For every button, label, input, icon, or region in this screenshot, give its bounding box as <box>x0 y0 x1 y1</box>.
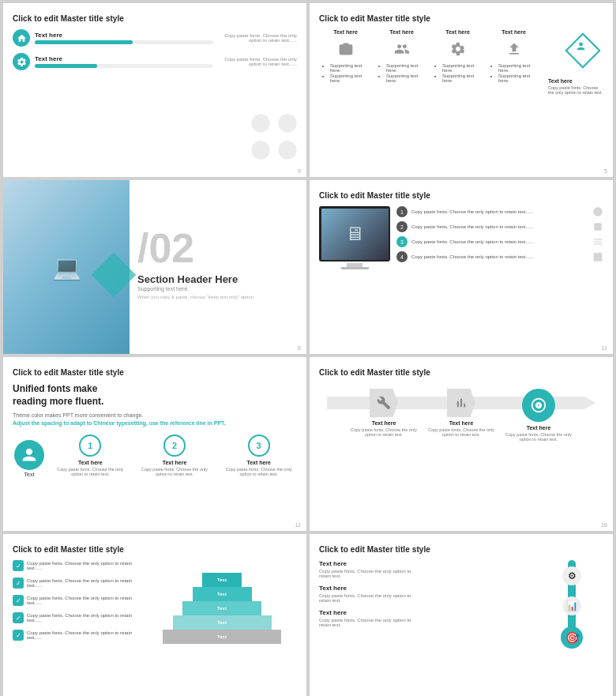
slide-3-number: /02 <box>137 228 194 269</box>
gear-icon-2 <box>447 38 469 60</box>
slide-2-col3-title: Text here <box>431 29 484 35</box>
slide-2-col-1: Text here Supporting text here. Supporti… <box>319 29 372 84</box>
slide-8-item-2: Text here Copy paste fonts. Choose the o… <box>319 585 534 603</box>
row-num-2: 2 <box>396 221 408 232</box>
slide-1-title: Click to edit Master title style <box>13 14 297 23</box>
slide-3: 💻 /02 Section Header Here Supporting tex… <box>3 180 306 354</box>
pyramid-5: Text <box>163 630 281 644</box>
slide-5-step-1: 1 Text here Copy paste fonts. Choose the… <box>52 435 129 476</box>
item1-label: Text here <box>348 420 419 426</box>
slide-1-row2-content: Text here <box>35 55 213 68</box>
list-item-4: ✓ Copy paste fonts. Choose the only opti… <box>13 612 141 623</box>
pyr-label-1: Text <box>217 577 227 582</box>
slide-2-featured-text: Copy paste fonts. Choose the only option… <box>548 85 603 95</box>
item2-text-8: Copy paste fonts. Choose the only option… <box>319 593 422 603</box>
slide-2: Click to edit Master title style Text he… <box>310 3 613 177</box>
row-icon-3 <box>592 236 603 247</box>
monitor-base <box>341 267 369 269</box>
step-title-3: Text here <box>220 460 297 465</box>
slide-4-rows: 1 Copy paste fonts. Choose the only opti… <box>396 206 603 269</box>
slide-grid: Click to edit Master title style Text he… <box>0 0 616 696</box>
slide-3-header-sub: Supporting text here. <box>137 286 189 292</box>
bullet-item: Supporting text here. <box>442 63 484 73</box>
item1-text-8: Copy paste fonts. Choose the only option… <box>319 569 422 578</box>
step-text-3: Copy paste fonts. Choose the only option… <box>220 467 297 476</box>
item3-content: Text here Copy paste fonts. Choose the o… <box>319 609 422 627</box>
slide-7-title: Click to edit Master title style <box>13 545 297 554</box>
slide-4-row-2: 2 Copy paste fonts. Choose the only opti… <box>396 221 603 232</box>
check-4: ✓ <box>13 612 24 623</box>
item3-title-8: Text here <box>319 609 422 616</box>
list-text-4: Copy paste fonts. Choose the only option… <box>27 613 141 623</box>
slide-5-main: Unified fonts make reading more fluent. … <box>13 383 297 428</box>
slide-6-items: Text here Copy paste fonts. Choose the o… <box>319 389 603 442</box>
slide-2-col2-bullets: Supporting text here. Supporting text he… <box>375 63 428 83</box>
slide-1-row2-desc: Copy paste fonts. Choose the only option… <box>218 57 297 66</box>
slide-2-num: 5 <box>604 168 607 174</box>
slide-4-title: Click to edit Master title style <box>319 191 603 200</box>
bullet-item: Supporting text here. <box>498 73 540 83</box>
item2-label: Text here <box>426 420 497 426</box>
list-text-1: Copy paste fonts. Choose the only option… <box>27 561 141 570</box>
step-text-2: Copy paste fonts. Choose the only option… <box>137 467 213 476</box>
slide-7-content: ✓ Copy paste fonts. Choose the only opti… <box>13 560 297 647</box>
list-text-5: Copy paste fonts. Choose the only option… <box>27 630 141 640</box>
item3-text-8: Copy paste fonts. Choose the only option… <box>319 618 422 627</box>
slide-6-item-2: Text here Copy paste fonts. Choose the o… <box>426 389 497 442</box>
diamond-container <box>559 27 607 74</box>
svg-rect-0 <box>566 34 599 67</box>
step-title-2: Text here <box>137 460 213 465</box>
slide-2-featured: Text here Copy paste fonts. Choose the o… <box>548 78 603 95</box>
slide-4-content: 🖥 1 Copy paste fonts. Choose the only op… <box>319 206 603 269</box>
slide-1-row2-label: Text here <box>35 55 213 62</box>
row-text-4: Copy paste fonts. Choose the only option… <box>411 254 588 259</box>
step-circle-2: 2 <box>163 435 186 457</box>
home-icon <box>13 29 30 47</box>
step-title-1: Text here <box>52 460 129 465</box>
slide-3-num: 6 <box>298 345 301 351</box>
slide-8-items: Text here Copy paste fonts. Choose the o… <box>319 560 534 649</box>
slide-5-icon-label: Text <box>14 472 44 477</box>
list-item-2: ✓ Copy paste fonts. Choose the only opti… <box>13 577 141 589</box>
slide-2-cols: Text here Supporting text here. Supporti… <box>319 29 540 84</box>
slide-5-title: Click to edit Master title style <box>13 368 297 377</box>
slide-5-heading2: reading more fluent. <box>13 396 103 407</box>
road-icon-chart: 📊 <box>562 596 581 615</box>
step-circle-3: 3 <box>248 435 270 457</box>
slide-1: Click to edit Master title style Text he… <box>3 3 306 177</box>
upload-icon <box>503 38 525 60</box>
slide-2-col4-title: Text here <box>487 29 540 35</box>
slide-4-num: 11 <box>601 345 607 351</box>
slide-5-step-2: 2 Text here Copy paste fonts. Choose the… <box>137 435 213 476</box>
slide-2-col4-bullets: Supporting text here. Supporting text he… <box>487 63 540 83</box>
slide-7-pyramid: Text Text Text Text Text <box>147 560 297 647</box>
slide-1-row2-bar-bg <box>35 64 213 68</box>
slide-1-num: 9 <box>298 168 301 174</box>
row-text-2: Copy paste fonts. Choose the only option… <box>411 224 588 229</box>
row-icon-2 <box>592 221 603 232</box>
slide-2-col1-bullets: Supporting text here. Supporting text he… <box>319 63 372 83</box>
list-text-2: Copy paste fonts. Choose the only option… <box>27 578 141 588</box>
road-icon-target: 🎯 <box>561 626 583 649</box>
pyramid-4: Text <box>173 615 272 630</box>
group-icon <box>391 38 413 60</box>
item3-text: Copy paste fonts. Choose the only option… <box>503 432 574 442</box>
slide-1-row1-desc: Copy paste fonts. Choose the only option… <box>218 33 297 43</box>
slide-5: Click to edit Master title style Unified… <box>3 357 306 531</box>
arrow-shape-1 <box>370 389 398 417</box>
slide-4-monitor-wrap: 🖥 <box>319 206 390 269</box>
row-num-1: 1 <box>396 206 408 217</box>
slide-7-list: ✓ Copy paste fonts. Choose the only opti… <box>13 560 141 647</box>
check-1: ✓ <box>13 560 24 571</box>
step-text-1: Copy paste fonts. Choose the only option… <box>52 467 129 476</box>
slide-5-body2: Adjust the spacing to adapt to Chinese t… <box>13 420 297 426</box>
slide-8-content: Text here Copy paste fonts. Choose the o… <box>319 560 603 649</box>
slide-5-steps: 1 Text here Copy paste fonts. Choose the… <box>52 435 297 476</box>
slide-1-watermark <box>250 112 299 161</box>
slide-2-col2-title: Text here <box>375 29 428 35</box>
slide-5-heading: Unified fonts make reading more fluent. <box>13 383 297 408</box>
list-item-5: ✓ Copy paste fonts. Choose the only opti… <box>13 630 141 641</box>
slide-6-num: 16 <box>601 522 607 528</box>
bullet-item: Supporting text here. <box>442 73 484 83</box>
slide-5-body1: Theme color makes PPT more convenient to… <box>13 412 297 418</box>
